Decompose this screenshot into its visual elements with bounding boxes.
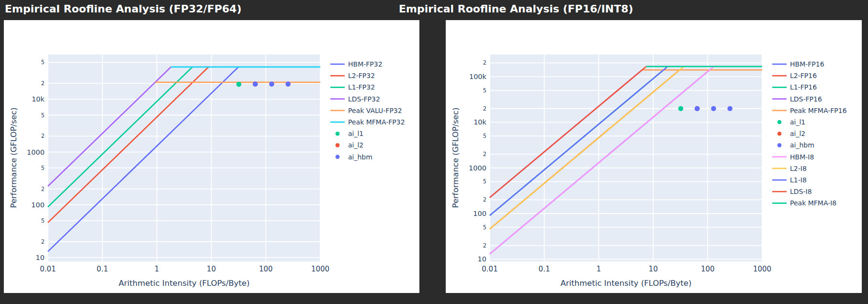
legend-item-ai_hbm[interactable]: ai_hbm (336, 153, 372, 161)
legend-item-ai_l1[interactable]: ai_l1 (336, 130, 364, 137)
y-axis-title: Performance (GFLOP/sec) (9, 77, 18, 239)
roofline-panel-fp32: 0.010.111010010005210k521000521005210HBM… (4, 20, 419, 293)
x-axis-title: Arithmetic Intensity (FLOPs/Byte) (48, 279, 320, 288)
y-tick-label: 2 (483, 151, 486, 158)
x-tick-label: 0.1 (539, 265, 550, 273)
legend-swatch-dot (778, 132, 782, 136)
legend-swatch-dot (336, 155, 340, 159)
series-point-ai_hbm (695, 106, 700, 111)
legend-item-label: L2-I8 (790, 165, 807, 172)
legend-swatch-dot (336, 143, 340, 147)
legend-item-label: ai_hbm (348, 153, 372, 161)
legend-item-L2-I8[interactable]: L2-I8 (772, 165, 807, 172)
y-tick-label: 100 (31, 201, 45, 209)
series-point-ai_hbm (253, 81, 258, 87)
x-tick-label: 0.01 (482, 265, 497, 273)
y-tick-label: 5 (41, 165, 45, 171)
legend-item-label: L1-FP32 (348, 83, 375, 91)
y-tick-label: 2 (483, 59, 486, 66)
legend-item-L1-FP32[interactable]: L1-FP32 (330, 83, 375, 91)
legend-item-ai_l1[interactable]: ai_l1 (778, 118, 806, 126)
legend-item-label: HBM-FP32 (348, 60, 383, 68)
y-tick-label: 10k (32, 95, 45, 103)
legend-item-L1-FP16[interactable]: L1-FP16 (772, 83, 817, 91)
y-tick-label: 2 (41, 186, 45, 192)
y-tick-label: 2 (483, 242, 486, 249)
legend-item-Peak MFMA-I8[interactable]: Peak MFMA-I8 (772, 199, 836, 207)
x-tick-label: 100 (701, 265, 715, 273)
y-tick-label: 2 (41, 80, 45, 87)
legend-item-Peak MFMA-FP32[interactable]: Peak MFMA-FP32 (330, 118, 405, 126)
y-tick-label: 5 (483, 178, 486, 185)
x-tick-label: 10 (649, 265, 658, 273)
series-point-ai_l1 (678, 106, 684, 111)
legend-item-HBM-FP16[interactable]: HBM-FP16 (772, 60, 824, 68)
y-tick-label: 5 (483, 133, 486, 139)
y-tick-label: 5 (41, 217, 45, 224)
y-tick-label: 2 (41, 238, 45, 245)
chart-title-fp16: Empirical Roofline Analysis (FP16/INT8) (399, 3, 633, 15)
legend-item-label: Peak MFMA-FP32 (348, 118, 405, 126)
legend-item-Peak VALU-FP32[interactable]: Peak VALU-FP32 (330, 107, 402, 114)
legend-swatch-dot (336, 132, 340, 136)
y-tick-label: 10 (36, 254, 45, 261)
y-tick-label: 10 (478, 255, 486, 263)
y-tick-label: 5 (41, 59, 45, 66)
legend-item-L2-FP16[interactable]: L2-FP16 (772, 72, 817, 79)
legend-item-label: ai_l2 (790, 130, 805, 137)
y-tick-label: 5 (41, 112, 45, 119)
y-tick-label: 100 (473, 210, 486, 217)
legend-item-label: HBM-FP16 (790, 60, 824, 68)
legend-item-LDS-FP32[interactable]: LDS-FP32 (330, 95, 380, 103)
x-tick-label: 1000 (753, 265, 771, 273)
series-point-ai_hbm (269, 81, 274, 87)
legend-item-L1-I8[interactable]: L1-I8 (772, 176, 807, 184)
legend-item-label: HBM-I8 (790, 153, 814, 161)
legend-item-ai_hbm[interactable]: ai_hbm (778, 141, 814, 149)
legend-item-label: Peak MFMA-FP16 (790, 107, 847, 114)
y-tick-label: 100k (469, 73, 487, 80)
x-tick-label: 1000 (311, 265, 329, 273)
x-axis-title: Arithmetic Intensity (FLOPs/Byte) (490, 279, 762, 288)
series-point-ai_hbm (711, 106, 716, 111)
plot-area (490, 55, 762, 261)
y-tick-label: 5 (483, 224, 486, 231)
legend-item-label: Peak VALU-FP32 (348, 107, 402, 114)
legend-item-L2-FP32[interactable]: L2-FP32 (330, 72, 375, 79)
roofline-panel-fp16: 0.010.111010010002100k5210k5210005210052… (446, 20, 862, 293)
legend-item-HBM-FP32[interactable]: HBM-FP32 (330, 60, 383, 68)
x-tick-label: 1 (155, 265, 159, 273)
chart-title-fp32: Empirical Roofline Analysis (FP32/FP64) (5, 3, 241, 15)
legend-item-LDS-I8[interactable]: LDS-I8 (772, 188, 812, 195)
y-tick-label: 1000 (27, 148, 45, 156)
legend-item-label: ai_l1 (348, 130, 363, 137)
legend-item-label: LDS-FP32 (348, 95, 380, 103)
x-tick-label: 10 (207, 265, 216, 273)
y-tick-label: 1000 (469, 164, 486, 172)
legend-item-label: ai_l1 (790, 118, 805, 126)
y-tick-label: 2 (483, 105, 486, 112)
legend-item-label: ai_l2 (348, 141, 363, 149)
plot-area (48, 55, 320, 261)
y-axis-title: Performance (GFLOP/sec) (451, 77, 460, 239)
legend-item-label: L2-FP32 (348, 72, 375, 79)
series-point-ai_hbm (727, 106, 733, 111)
x-tick-label: 0.01 (40, 265, 56, 273)
legend-item-label: LDS-I8 (790, 188, 812, 195)
legend-item-Peak MFMA-FP16[interactable]: Peak MFMA-FP16 (772, 107, 847, 114)
legend-item-HBM-I8[interactable]: HBM-I8 (772, 153, 814, 161)
legend-item-label: Peak MFMA-I8 (790, 199, 836, 207)
legend-item-label: ai_hbm (790, 141, 814, 149)
y-tick-label: 10k (473, 118, 486, 126)
legend-item-ai_l2[interactable]: ai_l2 (778, 130, 806, 137)
roofline-chart-fp16: 0.010.111010010002100k5210k5210005210052… (446, 20, 862, 293)
legend-item-LDS-FP16[interactable]: LDS-FP16 (772, 95, 822, 103)
legend-item-label: LDS-FP16 (790, 95, 822, 103)
legend-item-ai_l2[interactable]: ai_l2 (336, 141, 364, 149)
legend-swatch-dot (778, 120, 782, 124)
y-tick-label: 5 (483, 87, 486, 94)
legend-item-label: L2-FP16 (790, 72, 817, 79)
legend-item-label: L1-FP16 (790, 83, 817, 91)
y-tick-label: 2 (41, 133, 45, 139)
series-point-ai_l1 (237, 82, 242, 87)
